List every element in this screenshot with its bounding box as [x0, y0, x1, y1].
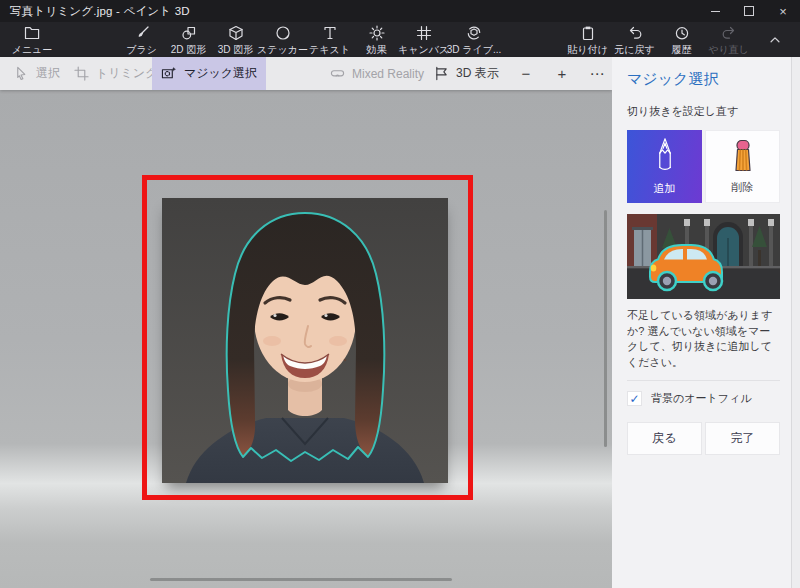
- banner-flag-icon: [434, 66, 449, 81]
- minimize-button[interactable]: [698, 0, 732, 22]
- panel-separator: [627, 380, 780, 381]
- magic-select-example-image: [627, 214, 780, 299]
- panel-nav-buttons: 戻る 完了: [627, 422, 780, 455]
- text-icon: [322, 25, 338, 41]
- remove-mode-button[interactable]: 削除: [705, 130, 780, 203]
- toolbar-crop-button[interactable]: トリミング: [74, 57, 157, 90]
- ribbon-tool-text[interactable]: テキスト: [306, 22, 353, 57]
- minus-icon: −: [522, 65, 531, 82]
- 3d-library-icon: [466, 25, 482, 41]
- close-button[interactable]: ×: [766, 0, 800, 22]
- car-street-illustration: [627, 214, 780, 299]
- paste-button[interactable]: 貼り付け: [564, 22, 611, 57]
- panel-scrollbar[interactable]: [791, 57, 800, 588]
- sun-effects-icon: [369, 25, 385, 41]
- panel-title: マジック選択: [627, 70, 780, 89]
- toolbar-3d-view-button[interactable]: 3D 表示: [434, 57, 499, 90]
- cursor-arrow-icon: [14, 66, 29, 81]
- remove-mode-label: 削除: [732, 180, 754, 195]
- paint3d-window: 写真トリミング.jpg - ペイント 3D × メニュー ブラシ 2D 図形: [0, 0, 800, 588]
- ribbon-tool-brush[interactable]: ブラシ: [118, 22, 165, 57]
- canvas-area[interactable]: [0, 90, 612, 588]
- undo-icon: [627, 25, 643, 41]
- toolbar-magic-select-button[interactable]: マジック選択: [152, 57, 266, 90]
- zoom-out-button[interactable]: −: [512, 57, 540, 90]
- window-controls: ×: [698, 0, 800, 22]
- canvas-grid-icon: [416, 25, 432, 41]
- 3d-cube-icon: [228, 25, 244, 41]
- plus-icon: +: [558, 65, 567, 82]
- pencil-add-icon: [653, 130, 677, 181]
- maximize-button[interactable]: [732, 0, 766, 22]
- mixed-reality-icon: [330, 66, 345, 81]
- ribbon-tool-3d-library[interactable]: 3D ライブ...: [447, 22, 501, 57]
- background-autofill-checkbox[interactable]: ✓ 背景のオートフィル: [627, 391, 780, 406]
- window-title: 写真トリミング.jpg - ペイント 3D: [0, 4, 190, 19]
- more-options-button[interactable]: ⋯: [584, 57, 610, 90]
- history-clock-icon: [674, 25, 690, 41]
- maximize-icon: [744, 6, 754, 16]
- brush-icon: [134, 25, 150, 41]
- ribbon: メニュー ブラシ 2D 図形 3D 図形 ステッカー: [0, 22, 800, 57]
- collapse-ribbon-button[interactable]: [760, 22, 790, 57]
- ribbon-tool-canvas[interactable]: キャンバス: [400, 22, 447, 57]
- canvas-vertical-scrollbar[interactable]: [604, 210, 607, 447]
- ribbon-actions: 貼り付け 元に戻す 履歴 やり直し: [564, 22, 752, 57]
- mode-buttons: 追加 削除: [627, 130, 780, 203]
- eraser-remove-icon: [731, 131, 755, 180]
- add-mode-button[interactable]: 追加: [627, 130, 702, 203]
- magic-select-panel: マジック選択 切り抜きを設定し直す 追加: [612, 57, 800, 588]
- back-button[interactable]: 戻る: [627, 422, 702, 455]
- redo-icon: [721, 25, 737, 41]
- add-mode-label: 追加: [654, 181, 676, 196]
- panel-instruction: 不足している領域がありますか? 選んでいない領域をマークして、切り抜きに追加して…: [627, 308, 780, 370]
- toolbar-mixed-reality-button[interactable]: Mixed Reality: [330, 57, 424, 90]
- done-button[interactable]: 完了: [705, 422, 780, 455]
- menu-label: メニュー: [12, 43, 53, 57]
- ribbon-tool-stickers[interactable]: ステッカー: [259, 22, 306, 57]
- canvas-horizontal-scrollbar[interactable]: [150, 578, 452, 581]
- history-button[interactable]: 履歴: [658, 22, 705, 57]
- ribbon-tool-effects[interactable]: 効果: [353, 22, 400, 57]
- crop-icon: [74, 66, 89, 81]
- checkbox-check-icon: ✓: [627, 391, 642, 406]
- menu-folder-icon: [24, 25, 40, 41]
- menu-button[interactable]: メニュー: [4, 22, 60, 57]
- sticker-icon: [275, 25, 291, 41]
- selection-toolbar: 選択 トリミング マジック選択 Mixed Reality 3D 表示 − + …: [0, 57, 612, 90]
- magic-select-icon: [161, 66, 177, 81]
- chevron-up-icon: [768, 33, 782, 47]
- redo-button[interactable]: やり直し: [705, 22, 752, 57]
- red-annotation-rectangle: [142, 175, 473, 500]
- autofill-label: 背景のオートフィル: [651, 391, 752, 406]
- zoom-in-button[interactable]: +: [548, 57, 576, 90]
- panel-subtitle: 切り抜きを設定し直す: [627, 104, 780, 119]
- ribbon-tool-3d-shapes[interactable]: 3D 図形: [212, 22, 259, 57]
- ellipsis-icon: ⋯: [590, 65, 605, 83]
- minimize-icon: [711, 11, 720, 12]
- clipboard-paste-icon: [580, 25, 596, 41]
- toolbar-select-button[interactable]: 選択: [14, 57, 60, 90]
- ribbon-tool-2d-shapes[interactable]: 2D 図形: [165, 22, 212, 57]
- undo-button[interactable]: 元に戻す: [611, 22, 658, 57]
- 2d-shapes-icon: [181, 25, 197, 41]
- title-bar: 写真トリミング.jpg - ペイント 3D ×: [0, 0, 800, 22]
